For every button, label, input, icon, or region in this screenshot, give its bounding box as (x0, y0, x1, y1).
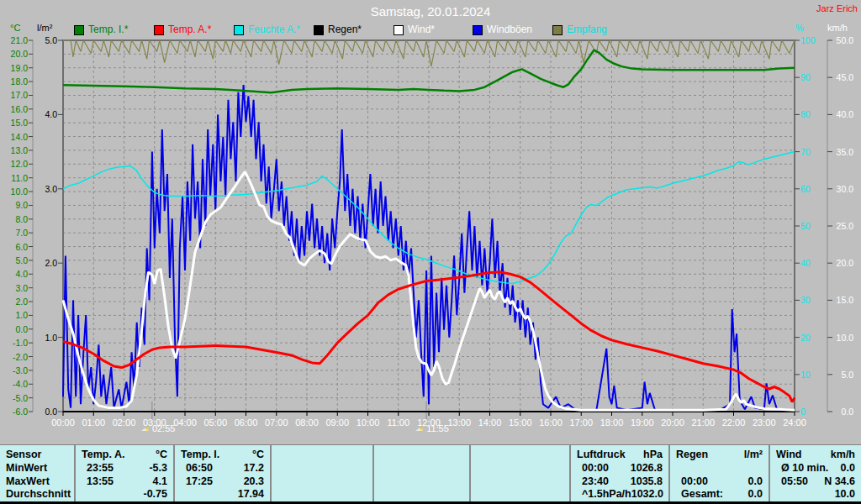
cell-value: N 34.6 (824, 475, 855, 489)
table-row-cell: MaxWert (0, 475, 74, 489)
table-row-cell: Temp. I.°C (175, 449, 270, 462)
temp-tick-label: 21.0 (1, 35, 28, 45)
cell-time: Temp. I. (181, 449, 219, 462)
summary-table: SensorMinWertMaxWertDurchschnittTemp. A.… (0, 444, 861, 502)
table-row-cell: Regenl/m² (670, 449, 769, 462)
table-row-cell: Sensor (0, 449, 74, 462)
table-row-cell (374, 475, 469, 489)
legend-swatch-icon (473, 25, 483, 35)
temp-tick-label: -5.0 (1, 393, 28, 403)
table-row-cell: Durchschnitt (0, 488, 74, 501)
legend-swatch-icon (74, 25, 84, 35)
temp-tick-label: -1.0 (1, 338, 28, 348)
legend-item-regen-[interactable]: Regen* (314, 24, 362, 35)
rain-tick-label: 3.0 (35, 184, 57, 194)
rain-tick-label: 1.0 (35, 333, 57, 343)
table-row-cell: 05:50N 34.6 (770, 475, 861, 489)
cell-value: km/h (831, 449, 855, 462)
cell-time: 06:50 (181, 462, 213, 475)
cell-value: hPa (643, 449, 663, 462)
temp-tick-label: 5.0 (1, 255, 28, 265)
table-row-cell (374, 449, 469, 462)
windspeed-tick-label: 25.0 (830, 221, 853, 231)
table-row-cell: Windkm/h (770, 449, 861, 462)
table-row-cell (272, 475, 372, 489)
windspeed-tick-label: 50.0 (830, 35, 853, 45)
temp-tick-label: 19.0 (1, 63, 28, 73)
legend-item-feuchte-a-[interactable]: Feuchte A.* (234, 24, 300, 35)
windspeed-tick-label: 45.0 (830, 72, 853, 82)
cell-time: 05:50 (776, 475, 808, 489)
legend-item-temp-a-[interactable]: Temp. A.* (154, 24, 211, 35)
rain-tick-label: 0.0 (35, 407, 57, 417)
table-col-row-labels: SensorMinWertMaxWertDurchschnitt (0, 445, 74, 502)
legend-label: Temp. A.* (168, 24, 211, 35)
temp-tick-label: 2.0 (1, 297, 28, 307)
rain-axis-unit: l/m² (37, 23, 52, 33)
cell-value: 0.0 (748, 475, 763, 489)
table-row-cell (471, 475, 569, 489)
temp-tick-label: 1.0 (1, 310, 28, 320)
table-col-empty-1 (270, 445, 372, 502)
hour-label: 24:00 (777, 417, 812, 428)
temp-tick-label: 18.0 (1, 76, 28, 87)
legend-item-wind-[interactable]: Wind* (394, 24, 435, 35)
table-row-cell (272, 449, 372, 462)
temp-tick-label: -2.0 (1, 352, 28, 362)
cell-value: 1035.8 (631, 475, 663, 489)
weather-station-window: Samstag, 20.01.2024 Jarz Erich °C l/m² %… (0, 0, 861, 504)
table-row-cell: 06:5017.2 (175, 462, 270, 475)
table-row-cell: Gesamt:0.0 (670, 488, 769, 501)
temp-tick-label: 13.0 (1, 145, 28, 155)
cell-time: ^1.5hPa/h (577, 488, 631, 501)
table-row-cell (471, 462, 569, 475)
table-row-cell: MinWert (0, 462, 74, 475)
table-row-cell: LuftdruckhPa (571, 449, 668, 462)
legend-item-windböen[interactable]: Windböen (473, 24, 532, 35)
event-marker: ☁⚡02:55 (141, 422, 176, 435)
table-row-cell: 23:401035.8 (571, 475, 668, 489)
event-marker-time: 02:55 (152, 423, 176, 433)
legend-item-temp-i-[interactable]: Temp. I.* (74, 24, 128, 35)
legend-label: Wind* (408, 24, 435, 35)
table-row-cell: Ø 10 min.0.0 (770, 462, 861, 475)
legend-item-empfang[interactable]: Empfang (552, 24, 607, 35)
temp-tick-label: 10.0 (1, 186, 28, 197)
cell-value: 20.3 (244, 475, 264, 489)
cell-value: 1026.8 (631, 462, 663, 475)
table-col-temp-i: Temp. I.°C06:5017.217:2520.317.94 (173, 445, 270, 502)
table-col-empty-3 (469, 445, 569, 502)
table-col-regen: Regenl/m²00:000.0Gesamt:0.0 (668, 445, 769, 502)
event-marker-time: 11:55 (426, 423, 449, 433)
station-owner-label: Jarz Erich (816, 3, 858, 13)
temp-tick-label: 15.0 (1, 118, 28, 128)
cell-time: 23:55 (82, 462, 114, 475)
windspeed-tick-label: 10.0 (830, 333, 853, 343)
legend-label: Feuchte A.* (248, 24, 300, 35)
cell-time: MinWert (6, 462, 47, 475)
humidity-tick-label: 50 (800, 221, 822, 231)
rain-tick-label: 5.0 (35, 35, 57, 45)
cell-time: Luftdruck (577, 449, 626, 462)
legend-swatch-icon (234, 25, 244, 35)
temp-tick-label: 9.0 (1, 200, 28, 210)
cell-value: 10.0 (835, 488, 855, 501)
table-row-cell (471, 488, 569, 501)
humidity-tick-label: 90 (800, 72, 822, 82)
windspeed-tick-label: 15.0 (830, 295, 853, 305)
table-col-empty-2 (372, 445, 469, 502)
temp-tick-label: 8.0 (1, 214, 28, 224)
temp-tick-label: 11.0 (1, 173, 28, 183)
cell-value: 1032.0 (631, 488, 663, 501)
windspeed-tick-label: 20.0 (830, 258, 853, 268)
table-row-cell (272, 488, 372, 501)
table-col-luftdruck: LuftdruckhPa00:001026.823:401035.8^1.5hP… (569, 445, 668, 502)
humidity-tick-label: 70 (800, 147, 822, 157)
lightning-icon: ⚡ (145, 424, 151, 433)
temp-tick-label: 4.0 (1, 269, 28, 279)
table-row-cell (272, 462, 372, 475)
table-row-cell (471, 449, 569, 462)
humidity-tick-label: 100 (800, 35, 822, 45)
table-row-cell: 10.0 (770, 488, 861, 501)
table-row-cell (670, 462, 769, 475)
